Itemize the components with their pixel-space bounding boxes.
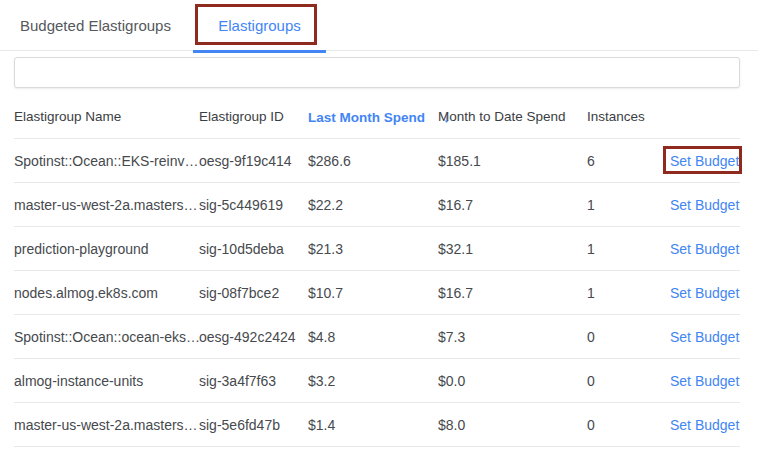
table-header-row: Elastigroup Name Elastigroup ID Last Mon… (14, 88, 740, 139)
cell-month-to-date-spend: $7.3 (438, 329, 587, 345)
cell-elastigroup-name: master-us-west-2a.masters… (14, 197, 199, 213)
table-row: almog-instance-units sig-3a4f7f63 $3.2 $… (14, 359, 740, 403)
cell-elastigroup-name: Spotinst::Ocean::ocean-eks… (14, 329, 199, 345)
cell-instances: 0 (587, 373, 670, 389)
cell-instances: 1 (587, 285, 670, 301)
cell-elastigroup-name: nodes.almog.ek8s.com (14, 285, 199, 301)
active-tab-indicator (193, 50, 326, 53)
cell-month-to-date-spend: $16.7 (438, 285, 587, 301)
cell-month-to-date-spend: $0.0 (438, 373, 587, 389)
table-row: Spotinst::Ocean::EKS-reinv… oesg-9f19c41… (14, 139, 740, 183)
cell-last-month-spend: $3.2 (308, 373, 438, 389)
tabs-bar: Budgeted Elastigroups Elastigroups (0, 0, 758, 51)
filter-input[interactable] (14, 57, 740, 88)
set-budget-link[interactable]: Set Budget (670, 153, 739, 169)
cell-instances: 0 (587, 417, 670, 433)
cell-elastigroup-id: sig-3a4f7f63 (199, 373, 308, 389)
cell-elastigroup-name: master-us-west-2a.masters… (14, 417, 199, 433)
tab-budgeted-elastigroups[interactable]: Budgeted Elastigroups (20, 0, 171, 51)
cell-instances: 1 (587, 197, 670, 213)
table-row: nodes.almog.ek8s.com sig-08f7bce2 $10.7 … (14, 271, 740, 315)
column-header-elastigroup-id[interactable]: Elastigroup ID (199, 109, 308, 124)
tab-label: Budgeted Elastigroups (20, 17, 171, 34)
cell-instances: 1 (587, 241, 670, 257)
table-row: Spotinst::Ocean::ocean-eks… oesg-492c242… (14, 315, 740, 359)
cell-elastigroup-name: almog-instance-units (14, 373, 199, 389)
cell-elastigroup-id: oesg-492c2424 (199, 329, 308, 345)
set-budget-link[interactable]: Set Budget (670, 417, 739, 433)
column-header-label: Last Month Spend (308, 110, 425, 125)
cell-month-to-date-spend: $185.1 (438, 153, 587, 169)
set-budget-link[interactable]: Set Budget (670, 197, 739, 213)
tab-elastigroups[interactable]: Elastigroups (193, 0, 326, 51)
column-header-instances[interactable]: Instances (587, 109, 670, 124)
cell-month-to-date-spend: $16.7 (438, 197, 587, 213)
cell-last-month-spend: $21.3 (308, 241, 438, 257)
set-budget-link[interactable]: Set Budget (670, 329, 739, 345)
cell-elastigroup-id: sig-08f7bce2 (199, 285, 308, 301)
table-row: master-us-west-2a.masters… sig-5c449619 … (14, 183, 740, 227)
budgets-page: Budgeted Elastigroups Elastigroups Elast… (0, 0, 768, 457)
cell-last-month-spend: $4.8 (308, 329, 438, 345)
column-header-elastigroup-name[interactable]: Elastigroup Name (14, 109, 199, 124)
cell-month-to-date-spend: $8.0 (438, 417, 587, 433)
cell-elastigroup-id: sig-10d5deba (199, 241, 308, 257)
table-row: prediction-playground sig-10d5deba $21.3… (14, 227, 740, 271)
cell-elastigroup-id: sig-5e6fd47b (199, 417, 308, 433)
tab-label: Elastigroups (218, 17, 301, 34)
elastigroups-table: Elastigroup Name Elastigroup ID Last Mon… (14, 88, 740, 447)
cell-last-month-spend: $22.2 (308, 197, 438, 213)
set-budget-link[interactable]: Set Budget (670, 285, 739, 301)
column-header-month-to-date-spend[interactable]: Month to Date Spend (438, 109, 587, 124)
cell-last-month-spend: $286.6 (308, 153, 438, 169)
set-budget-link[interactable]: Set Budget (670, 373, 739, 389)
cell-elastigroup-id: sig-5c449619 (199, 197, 308, 213)
cell-instances: 0 (587, 329, 670, 345)
table-row: master-us-west-2a.masters… sig-5e6fd47b … (14, 403, 740, 447)
cell-elastigroup-name: Spotinst::Ocean::EKS-reinv… (14, 153, 199, 169)
cell-elastigroup-id: oesg-9f19c414 (199, 153, 308, 169)
cell-month-to-date-spend: $32.1 (438, 241, 587, 257)
cell-last-month-spend: $1.4 (308, 417, 438, 433)
column-header-last-month-spend[interactable]: Last Month Spend ↓ (308, 108, 438, 125)
cell-elastigroup-name: prediction-playground (14, 241, 199, 257)
cell-last-month-spend: $10.7 (308, 285, 438, 301)
cell-instances: 6 (587, 153, 670, 169)
set-budget-link[interactable]: Set Budget (670, 241, 739, 257)
